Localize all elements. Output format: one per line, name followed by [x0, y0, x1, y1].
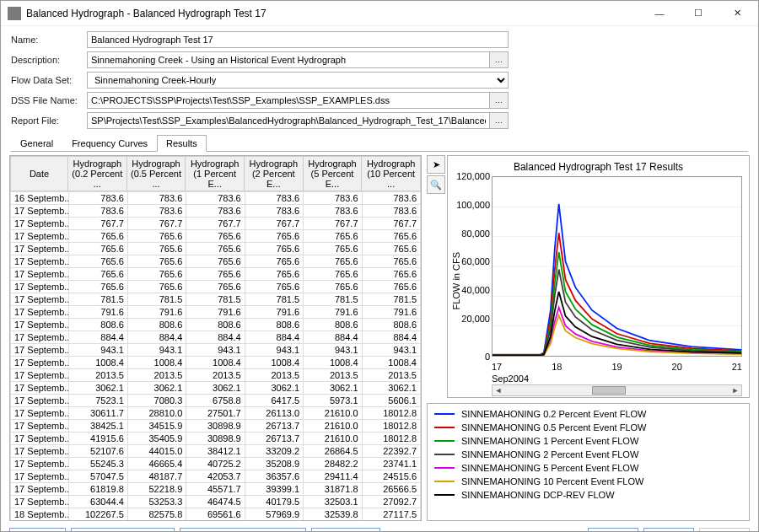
scroll-left-icon[interactable]: ◄	[493, 385, 504, 395]
date-cell[interactable]: 17 Septemb..	[11, 268, 69, 281]
value-cell[interactable]: 884.4	[127, 331, 186, 344]
value-cell[interactable]: 35208.9	[245, 458, 303, 470]
value-cell[interactable]: 102267.5	[69, 508, 127, 521]
value-cell[interactable]: 808.6	[69, 319, 127, 331]
table-scroll[interactable]: 16 Septemb..783.6783.6783.6783.6783.6783…	[10, 191, 421, 520]
value-cell[interactable]: 55245.3	[69, 458, 127, 470]
value-cell[interactable]: 808.6	[186, 319, 245, 331]
value-cell[interactable]: 38412.1	[186, 445, 245, 458]
ok-button[interactable]: OK	[588, 528, 638, 532]
value-cell[interactable]: 2013.5	[186, 369, 245, 382]
value-cell[interactable]: 52107.6	[69, 445, 127, 458]
value-cell[interactable]: 1008.4	[304, 357, 362, 369]
value-cell[interactable]: 943.1	[304, 344, 362, 357]
value-cell[interactable]: 53253.3	[127, 496, 186, 508]
value-cell[interactable]: 765.6	[362, 268, 420, 281]
chart-hscroll[interactable]: ◄ ►	[492, 384, 742, 396]
table-row[interactable]: 17 Septemb..767.7767.7767.7767.7767.7767…	[11, 218, 421, 230]
value-cell[interactable]: 57047.5	[69, 470, 127, 483]
table-row[interactable]: 18 Septemb..102267.582575.869561.657969.…	[11, 508, 421, 521]
value-cell[interactable]: 765.6	[245, 255, 303, 268]
value-cell[interactable]: 783.6	[245, 192, 303, 205]
value-cell[interactable]: 7523.1	[69, 395, 127, 407]
value-cell[interactable]: 26113.0	[245, 407, 303, 420]
value-cell[interactable]: 791.6	[69, 306, 127, 319]
value-cell[interactable]: 783.6	[127, 205, 186, 218]
titlebar[interactable]: Balanced Hydrograph - Balanced Hydrograp…	[1, 1, 758, 26]
value-cell[interactable]: 765.6	[127, 243, 186, 255]
value-cell[interactable]: 3062.1	[69, 382, 127, 395]
value-cell[interactable]: 765.6	[69, 281, 127, 293]
value-cell[interactable]: 42053.7	[186, 470, 245, 483]
value-cell[interactable]: 783.6	[362, 205, 420, 218]
flow-select[interactable]: Sinnemahoning Creek-Hourly	[87, 72, 509, 89]
table-row[interactable]: 17 Septemb..61819.852218.945571.739399.1…	[11, 483, 421, 496]
date-cell[interactable]: 17 Septemb..	[11, 433, 69, 445]
table-row[interactable]: 17 Septemb..3062.13062.13062.13062.13062…	[11, 382, 421, 395]
legend-item[interactable]: SINNEMAHONING 1 Percent Event FLOW	[434, 436, 742, 446]
value-cell[interactable]: 765.6	[127, 255, 186, 268]
date-cell[interactable]: 17 Septemb..	[11, 458, 69, 470]
value-cell[interactable]: 29411.4	[304, 470, 362, 483]
date-cell[interactable]: 17 Septemb..	[11, 230, 69, 243]
value-cell[interactable]: 808.6	[245, 319, 303, 331]
value-cell[interactable]: 3062.1	[304, 382, 362, 395]
zoom-tool[interactable]: 🔍	[427, 175, 445, 194]
value-cell[interactable]: 2013.5	[69, 369, 127, 382]
minimize-button[interactable]: —	[640, 1, 679, 26]
legend-item[interactable]: SINNEMAHONING 0.2 Percent Event FLOW	[434, 409, 742, 419]
value-cell[interactable]: 35405.9	[127, 433, 186, 445]
value-cell[interactable]: 765.6	[69, 268, 127, 281]
value-cell[interactable]: 46665.4	[127, 458, 186, 470]
col-header[interactable]: Hydrograph (0.5 Percent ...	[126, 157, 186, 191]
date-cell[interactable]: 17 Septemb..	[11, 319, 69, 331]
value-cell[interactable]: 46474.5	[186, 496, 245, 508]
value-cell[interactable]: 24515.6	[362, 470, 420, 483]
value-cell[interactable]: 57969.9	[245, 508, 303, 521]
plot-flow-frequency-button[interactable]: Plot Flow-Frequency	[71, 528, 175, 532]
value-cell[interactable]: 884.4	[304, 331, 362, 344]
value-cell[interactable]: 3062.1	[245, 382, 303, 395]
value-cell[interactable]: 791.6	[304, 306, 362, 319]
dss-browse-button[interactable]: …	[490, 92, 509, 109]
date-cell[interactable]: 17 Septemb..	[11, 407, 69, 420]
value-cell[interactable]: 767.7	[362, 218, 420, 230]
view-report-button[interactable]: View Report	[311, 528, 380, 532]
value-cell[interactable]: 884.4	[186, 331, 245, 344]
apply-button[interactable]: Apply	[699, 528, 750, 532]
date-cell[interactable]: 17 Septemb..	[11, 243, 69, 255]
value-cell[interactable]: 791.6	[186, 306, 245, 319]
col-header[interactable]: Hydrograph (0.2 Percent ...	[68, 157, 127, 191]
value-cell[interactable]: 18012.8	[362, 433, 420, 445]
value-cell[interactable]: 765.6	[127, 268, 186, 281]
value-cell[interactable]: 2013.5	[127, 369, 186, 382]
close-button[interactable]: ✕	[718, 1, 756, 26]
value-cell[interactable]: 45571.7	[186, 483, 245, 496]
scroll-right-icon[interactable]: ►	[729, 385, 741, 395]
value-cell[interactable]: 943.1	[69, 344, 127, 357]
value-cell[interactable]: 765.6	[362, 243, 420, 255]
value-cell[interactable]: 783.6	[69, 205, 127, 218]
value-cell[interactable]: 808.6	[304, 319, 362, 331]
date-cell[interactable]: 17 Septemb..	[11, 420, 69, 433]
value-cell[interactable]: 7080.3	[127, 395, 186, 407]
value-cell[interactable]: 1008.4	[245, 357, 303, 369]
value-cell[interactable]: 783.6	[304, 192, 362, 205]
table-row[interactable]: 17 Septemb..7523.17080.36758.86417.55973…	[11, 395, 421, 407]
date-cell[interactable]: 17 Septemb..	[11, 306, 69, 319]
scroll-thumb[interactable]	[592, 386, 626, 395]
value-cell[interactable]: 69561.6	[186, 508, 245, 521]
value-cell[interactable]: 783.6	[245, 205, 303, 218]
compute-button[interactable]: Compute	[9, 528, 66, 532]
cancel-button[interactable]: Cancel	[643, 528, 694, 532]
value-cell[interactable]: 783.6	[69, 192, 127, 205]
legend-item[interactable]: SINNEMAHONING 0.5 Percent Event FLOW	[434, 422, 742, 433]
value-cell[interactable]: 783.6	[186, 205, 245, 218]
value-cell[interactable]: 781.5	[69, 293, 127, 306]
dss-input[interactable]	[87, 92, 490, 109]
table-row[interactable]: 17 Septemb..2013.52013.52013.52013.52013…	[11, 369, 421, 382]
value-cell[interactable]: 943.1	[245, 344, 303, 357]
col-header[interactable]: Hydrograph (1 Percent E...	[186, 157, 245, 191]
table-row[interactable]: 17 Septemb..791.6791.6791.6791.6791.6791…	[11, 306, 421, 319]
value-cell[interactable]: 781.5	[304, 293, 362, 306]
